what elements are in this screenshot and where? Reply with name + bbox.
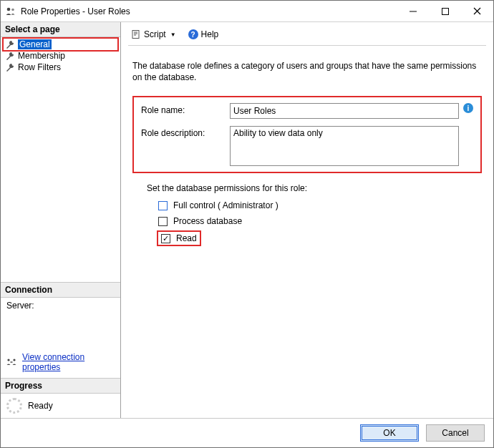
cancel-button[interactable]: Cancel: [426, 424, 485, 442]
intro-text: The database role defines a category of …: [132, 60, 479, 83]
role-form: Role name: i Role description:: [132, 96, 482, 173]
page-label: General: [18, 39, 52, 49]
role-name-input[interactable]: [230, 103, 459, 119]
help-label: Help: [201, 29, 219, 39]
svg-point-0: [7, 7, 11, 11]
role-properties-dialog: Role Properties - User Roles Select a pa…: [0, 0, 494, 448]
permissions-section: Set the database permissions for this ro…: [132, 183, 482, 252]
chevron-down-icon: ▼: [170, 31, 176, 38]
select-page-header: Select a page: [1, 22, 120, 37]
window-controls: [397, 1, 493, 21]
page-item-row-filters[interactable]: Row Filters: [4, 62, 117, 73]
perm-label: Process database: [173, 216, 242, 226]
ok-button[interactable]: OK: [360, 424, 419, 442]
perm-process-database[interactable]: Process database: [158, 216, 482, 226]
progress-spinner-icon: [6, 398, 22, 414]
toolbar: Script ▼ ? Help: [128, 26, 486, 46]
page-list: General Membership Row Filters: [1, 37, 120, 74]
script-label: Script: [144, 29, 166, 39]
perm-read[interactable]: Read: [157, 230, 201, 246]
left-pane: Select a page General Membership Row Fil…: [1, 22, 121, 418]
progress-body: Ready: [1, 394, 120, 418]
checkbox-checked-icon[interactable]: [161, 234, 170, 243]
connection-icon: [6, 357, 18, 367]
wrench-icon: [5, 51, 15, 61]
svg-rect-9: [132, 31, 139, 39]
page-item-general[interactable]: General: [2, 37, 119, 52]
role-desc-label: Role description:: [141, 126, 230, 138]
window-title: Role Properties - User Roles: [21, 6, 397, 16]
connection-body: Server:: [1, 298, 120, 349]
page-label: Row Filters: [18, 62, 61, 72]
wrench-icon: [5, 62, 15, 72]
permissions-title: Set the database permissions for this ro…: [147, 183, 482, 193]
role-desc-input[interactable]: [230, 126, 459, 166]
svg-point-7: [13, 359, 15, 361]
dialog-footer: OK Cancel: [1, 418, 493, 447]
page-label: Membership: [18, 51, 65, 61]
connection-header: Connection: [1, 282, 120, 298]
page-item-membership[interactable]: Membership: [4, 50, 117, 62]
view-connection-properties-link[interactable]: View connection properties: [22, 352, 115, 372]
info-icon[interactable]: i: [463, 103, 473, 113]
wrench-icon: [5, 39, 15, 49]
checkbox-icon[interactable]: [158, 201, 168, 210]
perm-full-control[interactable]: Full control ( Administrator ): [158, 200, 482, 210]
maximize-button[interactable]: [429, 1, 461, 21]
progress-status: Ready: [28, 401, 53, 411]
help-button[interactable]: ? Help: [185, 28, 222, 41]
role-name-label: Role name:: [141, 103, 230, 115]
perm-label: Read: [176, 233, 197, 243]
script-button[interactable]: Script ▼: [128, 28, 179, 41]
close-button[interactable]: [461, 1, 493, 21]
help-icon: ?: [188, 29, 198, 39]
svg-point-1: [11, 8, 14, 11]
server-label: Server:: [6, 301, 115, 311]
perm-label: Full control ( Administrator ): [173, 200, 279, 210]
titlebar: Role Properties - User Roles: [1, 1, 493, 22]
svg-rect-3: [442, 8, 448, 14]
script-icon: [131, 29, 141, 39]
progress-header: Progress: [1, 378, 120, 394]
minimize-button[interactable]: [397, 1, 429, 21]
checkbox-icon[interactable]: [158, 217, 168, 226]
svg-point-6: [7, 359, 9, 361]
role-icon: [5, 6, 16, 17]
right-pane: Script ▼ ? Help The database role define…: [121, 22, 493, 418]
